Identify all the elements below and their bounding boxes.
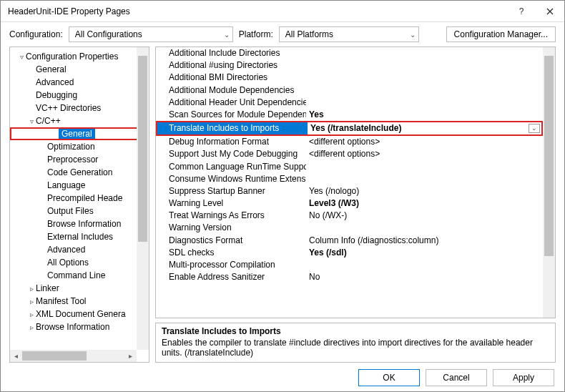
tree-item-label: Language bbox=[47, 180, 85, 190]
description-title: Translate Includes to Imports bbox=[162, 326, 549, 336]
tree-item-label: Preprocessor bbox=[47, 155, 98, 165]
property-value[interactable] bbox=[306, 84, 543, 97]
property-row[interactable]: Common Language RunTime Support bbox=[156, 161, 543, 173]
tree-item[interactable]: General bbox=[10, 63, 149, 76]
property-value[interactable]: Yes (/sdl) bbox=[306, 247, 543, 259]
tree-item-label: General bbox=[59, 129, 95, 139]
property-row[interactable]: Treat Warnings As ErrorsNo (/WX-) bbox=[156, 210, 543, 222]
property-row[interactable]: Enable Address SanitizerNo bbox=[156, 271, 543, 283]
property-value[interactable] bbox=[306, 72, 543, 84]
tree-item[interactable]: Advanced bbox=[10, 243, 149, 256]
property-row[interactable]: Additional BMI Directories bbox=[156, 72, 543, 84]
property-name: Consume Windows Runtime Extension bbox=[156, 173, 306, 185]
tree-item-label: Debugging bbox=[36, 90, 77, 100]
scrollbar-vertical[interactable] bbox=[543, 47, 555, 318]
property-value[interactable] bbox=[306, 59, 543, 72]
property-value[interactable]: Level3 (/W3) bbox=[306, 197, 543, 210]
tree-item[interactable]: Code Generation bbox=[10, 166, 149, 179]
property-row[interactable]: Additional #using Directories bbox=[156, 59, 543, 72]
property-value[interactable] bbox=[306, 97, 543, 109]
scrollbar-vertical[interactable] bbox=[137, 47, 149, 350]
tree-item[interactable]: All Options bbox=[10, 256, 149, 269]
tree-item[interactable]: ▹XML Document Genera bbox=[10, 308, 149, 320]
tree-item[interactable]: ▿C/C++ bbox=[10, 114, 149, 127]
property-row[interactable]: Additional Module Dependencies bbox=[156, 84, 543, 97]
property-row[interactable]: Translate Includes to ImportsYes (/trans… bbox=[156, 121, 543, 136]
ok-button[interactable]: OK bbox=[358, 369, 420, 386]
property-value[interactable]: No bbox=[306, 271, 543, 283]
property-row[interactable]: Warning LevelLevel3 (/W3) bbox=[156, 197, 543, 210]
property-value[interactable]: Yes (/nologo) bbox=[306, 185, 543, 197]
close-icon bbox=[546, 8, 554, 15]
tree-item-label: Configuration Properties bbox=[26, 52, 118, 62]
property-name: Common Language RunTime Support bbox=[156, 161, 306, 173]
tree-item[interactable]: Preprocessor bbox=[10, 153, 149, 166]
property-value[interactable]: Yes (/translateInclude) bbox=[308, 122, 541, 134]
platform-combo[interactable]: All Platforms ⌄ bbox=[279, 26, 419, 42]
property-value[interactable] bbox=[306, 259, 543, 271]
tree-item[interactable]: Command Line bbox=[10, 269, 149, 282]
property-value[interactable] bbox=[306, 161, 543, 173]
property-name: Additional Include Directories bbox=[156, 47, 306, 59]
close-button[interactable] bbox=[536, 1, 564, 22]
configuration-combo[interactable]: All Configurations ⌄ bbox=[69, 26, 233, 42]
dropdown-button[interactable]: ⌄ bbox=[529, 124, 540, 133]
tree-item-label: VC++ Directories bbox=[36, 103, 101, 113]
property-value[interactable]: <different options> bbox=[306, 136, 543, 148]
property-row[interactable]: Support Just My Code Debugging<different… bbox=[156, 148, 543, 160]
property-name: Diagnostics Format bbox=[156, 235, 306, 247]
tree-item[interactable]: Optimization bbox=[10, 140, 149, 153]
scrollbar-thumb[interactable] bbox=[544, 56, 554, 256]
tree-item[interactable]: VC++ Directories bbox=[10, 102, 149, 114]
property-name: Additional BMI Directories bbox=[156, 72, 306, 84]
scrollbar-thumb[interactable] bbox=[138, 56, 147, 242]
tree-item-label: Code Generation bbox=[47, 167, 112, 177]
platform-label: Platform: bbox=[239, 29, 273, 39]
apply-button[interactable]: Apply bbox=[493, 369, 554, 386]
property-row[interactable]: Multi-processor Compilation bbox=[156, 259, 543, 271]
tree-item[interactable]: Precompiled Heade bbox=[10, 192, 149, 205]
property-value[interactable]: Column Info (/diagnostics:column) bbox=[306, 235, 543, 247]
property-row[interactable]: Consume Windows Runtime Extension bbox=[156, 173, 543, 185]
scrollbar-thumb[interactable] bbox=[22, 351, 87, 361]
tree-item[interactable]: ▹Manifest Tool bbox=[10, 295, 149, 308]
tree-item[interactable]: Debugging bbox=[10, 89, 149, 102]
property-row[interactable]: Scan Sources for Module DependenciesYes bbox=[156, 109, 543, 121]
nav-tree[interactable]: ▿Configuration PropertiesGeneralAdvanced… bbox=[9, 46, 149, 363]
property-row[interactable]: Warning Version bbox=[156, 222, 543, 234]
tree-item-label: Manifest Tool bbox=[36, 296, 86, 306]
property-value[interactable] bbox=[306, 222, 543, 234]
property-name: Enable Address Sanitizer bbox=[156, 271, 306, 283]
property-name: Scan Sources for Module Dependencies bbox=[156, 109, 306, 121]
tree-item[interactable]: External Includes bbox=[10, 230, 149, 243]
description-panel: Translate Includes to Imports Enables th… bbox=[155, 323, 556, 363]
property-name: Support Just My Code Debugging bbox=[156, 148, 306, 160]
scrollbar-horizontal[interactable]: ◂▸ bbox=[10, 350, 137, 362]
tree-item[interactable]: Output Files bbox=[10, 205, 149, 217]
property-name: Treat Warnings As Errors bbox=[156, 210, 306, 222]
property-row[interactable]: Suppress Startup BannerYes (/nologo) bbox=[156, 185, 543, 197]
help-button[interactable]: ? bbox=[507, 1, 536, 22]
property-name: Debug Information Format bbox=[156, 136, 306, 148]
property-row[interactable]: Additional Header Unit Dependencies bbox=[156, 97, 543, 109]
property-row[interactable]: Additional Include Directories bbox=[156, 47, 543, 59]
tree-item[interactable]: General bbox=[10, 127, 149, 140]
property-value[interactable] bbox=[306, 47, 543, 59]
tree-item[interactable]: ▹Browse Information bbox=[10, 320, 149, 333]
tree-item[interactable]: Language bbox=[10, 179, 149, 192]
tree-item[interactable]: ▿Configuration Properties bbox=[10, 50, 149, 63]
tree-item[interactable]: Advanced bbox=[10, 76, 149, 89]
property-value[interactable]: No (/WX-) bbox=[306, 210, 543, 222]
property-row[interactable]: Diagnostics FormatColumn Info (/diagnost… bbox=[156, 235, 543, 247]
property-value[interactable] bbox=[306, 173, 543, 185]
property-grid[interactable]: Additional Include DirectoriesAdditional… bbox=[155, 46, 556, 318]
property-value[interactable]: <different options> bbox=[306, 148, 543, 160]
tree-item[interactable]: Browse Information bbox=[10, 217, 149, 230]
property-row[interactable]: Debug Information Format<different optio… bbox=[156, 136, 543, 148]
cancel-button[interactable]: Cancel bbox=[426, 369, 487, 386]
property-value[interactable]: Yes bbox=[306, 109, 543, 121]
window-title: HeaderUnit-IDE Property Pages bbox=[8, 6, 507, 16]
configuration-manager-button[interactable]: Configuration Manager... bbox=[446, 26, 556, 42]
tree-item[interactable]: ▹Linker bbox=[10, 282, 149, 295]
property-row[interactable]: SDL checksYes (/sdl) bbox=[156, 247, 543, 259]
